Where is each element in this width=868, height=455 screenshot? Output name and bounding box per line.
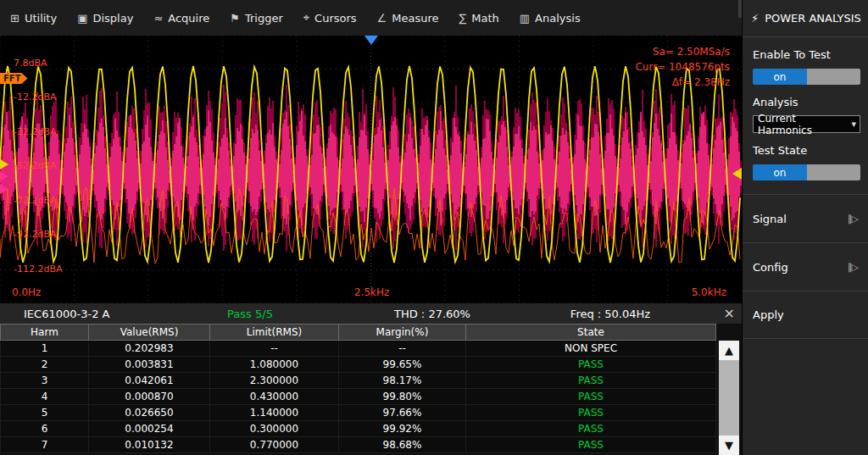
channel-marker-pink-1[interactable] bbox=[0, 171, 8, 181]
menu-item-label: Display bbox=[92, 12, 133, 25]
menu-item-trigger[interactable]: ⚑ Trigger bbox=[230, 12, 283, 25]
apply-label: Apply bbox=[753, 308, 784, 321]
freq-axis-center: 2.5kHz bbox=[354, 286, 389, 298]
menu-item-cursors[interactable]: ⌖ Cursors bbox=[303, 11, 357, 25]
trigger-position-marker[interactable] bbox=[364, 36, 378, 45]
cell-limit: 0.770000 bbox=[210, 437, 339, 452]
col-header-harm: Harm bbox=[0, 324, 89, 341]
analysis-dropdown[interactable]: Current Harmonics ▾ bbox=[753, 115, 860, 133]
cell-harm: 5 bbox=[0, 405, 89, 420]
cell-state: PASS bbox=[466, 389, 716, 404]
power-icon: ⚡ bbox=[751, 12, 759, 25]
db-axis-label: -12.2dBA bbox=[14, 92, 57, 103]
toggle-on-label: on bbox=[753, 164, 807, 180]
menu-item-acquire[interactable]: ≈ Acquire bbox=[153, 12, 209, 25]
table-row[interactable]: 1 0.202983 -- -- NON SPEC bbox=[0, 341, 716, 357]
menu-item-display[interactable]: ▣ Display bbox=[77, 12, 133, 25]
freq-axis-start: 0.0Hz bbox=[12, 286, 41, 298]
close-icon[interactable]: × bbox=[724, 305, 735, 321]
db-axis-label: -32.2dBA bbox=[14, 126, 57, 137]
analysis-label: Analysis bbox=[743, 85, 868, 108]
table-header-row: Harm Value(RMS) Limit(RMS) Margin(%) Sta… bbox=[0, 324, 716, 341]
trigger-icon: ⚑ bbox=[230, 12, 240, 25]
sample-rate: Sa= 2.50MSa/s bbox=[635, 44, 730, 59]
table-scrollbar[interactable]: ▲ ▼ bbox=[719, 341, 739, 455]
menu-item-label: Trigger bbox=[245, 12, 283, 25]
toggle-track bbox=[807, 69, 860, 85]
waveform-display[interactable]: 7.8dBA -12.2dBA -32.2dBA -52.2dBA -72.2d… bbox=[0, 36, 742, 303]
cell-margin: 99.80% bbox=[339, 389, 466, 404]
cell-state: PASS bbox=[466, 437, 716, 452]
utility-icon: ⊞ bbox=[10, 12, 19, 25]
db-axis-label: -92.2dBA bbox=[14, 229, 57, 240]
cell-limit: -- bbox=[210, 341, 339, 356]
table-body: 1 0.202983 -- -- NON SPEC 2 0.003831 1.0… bbox=[0, 341, 716, 453]
toggle-on-label: on bbox=[753, 69, 807, 85]
submenu-arrow-icon: ∥▷ bbox=[848, 214, 858, 225]
enable-to-test-toggle[interactable]: on bbox=[753, 69, 860, 85]
toggle-track bbox=[807, 164, 860, 180]
cell-margin: 97.66% bbox=[339, 405, 466, 420]
panel-title: POWER ANALYSIS bbox=[765, 12, 861, 25]
channel-marker-yellow[interactable] bbox=[0, 159, 8, 169]
cell-value: 0.026650 bbox=[89, 405, 210, 420]
db-axis-label: 7.8dBA bbox=[14, 58, 47, 69]
cell-value: 0.000870 bbox=[89, 389, 210, 404]
cell-harm: 7 bbox=[0, 437, 89, 452]
col-header-margin: Margin(%) bbox=[339, 324, 466, 341]
menu-item-label: Cursors bbox=[314, 12, 357, 25]
acquisition-readout: Sa= 2.50MSa/s Curr= 1048576pts Δf= 2.38H… bbox=[635, 44, 730, 90]
math-icon: ∑ bbox=[459, 12, 467, 25]
cell-harm: 6 bbox=[0, 421, 89, 436]
table-row[interactable]: 2 0.003831 1.080000 99.65% PASS bbox=[0, 357, 716, 373]
signal-menu-button[interactable]: Signal ∥▷ bbox=[743, 194, 868, 242]
menu-item-label: Acquire bbox=[168, 12, 209, 25]
cell-harm: 2 bbox=[0, 357, 89, 372]
submenu-arrow-icon: ∥▷ bbox=[848, 262, 858, 273]
col-header-limit: Limit(RMS) bbox=[210, 324, 339, 341]
enable-to-test-label: Enable To Test bbox=[743, 37, 868, 61]
channel-marker-pink-2[interactable] bbox=[0, 184, 8, 194]
test-state-label: Test State bbox=[743, 133, 868, 157]
db-axis-label: -112.2dBA bbox=[14, 264, 63, 275]
cell-state: PASS bbox=[466, 421, 716, 436]
col-header-value: Value(RMS) bbox=[89, 324, 210, 341]
cell-state: PASS bbox=[466, 357, 716, 372]
analysis-dropdown-value: Current Harmonics bbox=[758, 113, 851, 136]
waveform-canvas bbox=[0, 36, 742, 303]
table-row[interactable]: 6 0.000254 0.300000 99.92% PASS bbox=[0, 421, 716, 437]
cursors-icon: ⌖ bbox=[303, 11, 309, 25]
top-menu-bar: ⊞ Utility ▣ Display ≈ Acquire ⚑ Trigger … bbox=[0, 0, 742, 36]
menu-item-label: Math bbox=[471, 12, 499, 25]
table-row[interactable]: 7 0.010132 0.770000 98.68% PASS bbox=[0, 437, 716, 453]
scroll-down-button[interactable]: ▼ bbox=[719, 436, 739, 455]
cell-harm: 3 bbox=[0, 373, 89, 388]
menu-item-utility[interactable]: ⊞ Utility bbox=[10, 12, 57, 25]
trigger-level-marker[interactable] bbox=[732, 168, 742, 180]
display-icon: ▣ bbox=[77, 12, 87, 25]
test-state-toggle[interactable]: on bbox=[753, 164, 860, 180]
table-row[interactable]: 4 0.000870 0.430000 99.80% PASS bbox=[0, 389, 716, 405]
memory-points: Curr= 1048576pts bbox=[635, 59, 730, 75]
cell-margin: -- bbox=[339, 341, 466, 356]
thd-readout: THD : 27.60% bbox=[331, 308, 534, 320]
cell-state: PASS bbox=[466, 373, 716, 388]
cell-value: 0.003831 bbox=[89, 357, 210, 372]
apply-button[interactable]: Apply bbox=[743, 291, 868, 339]
menu-item-analysis[interactable]: ▥ Analysis bbox=[520, 12, 581, 25]
chevron-down-icon: ▾ bbox=[851, 119, 856, 130]
cell-margin: 99.92% bbox=[339, 421, 466, 436]
cell-margin: 98.68% bbox=[339, 437, 466, 452]
config-label: Config bbox=[753, 261, 788, 274]
config-menu-button[interactable]: Config ∥▷ bbox=[743, 242, 868, 291]
measure-icon: ∠ bbox=[377, 12, 387, 25]
table-row[interactable]: 5 0.026650 1.140000 97.66% PASS bbox=[0, 405, 716, 421]
menu-item-math[interactable]: ∑ Math bbox=[459, 12, 499, 25]
table-row[interactable]: 3 0.042061 2.300000 98.17% PASS bbox=[0, 373, 716, 389]
scroll-up-button[interactable]: ▲ bbox=[719, 341, 739, 360]
cell-value: 0.000254 bbox=[89, 421, 210, 436]
cell-harm: 4 bbox=[0, 389, 89, 404]
db-axis-label: -52.2dBA bbox=[14, 160, 57, 171]
cell-state: NON SPEC bbox=[466, 341, 716, 356]
menu-item-measure[interactable]: ∠ Measure bbox=[377, 12, 439, 25]
